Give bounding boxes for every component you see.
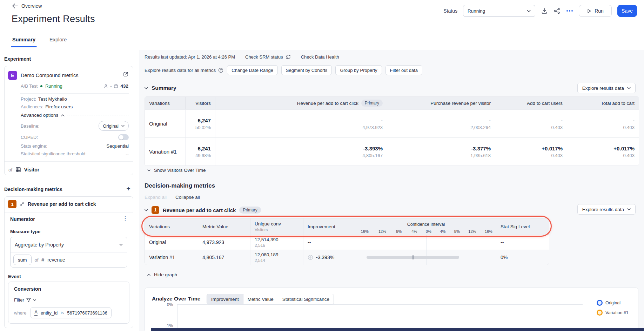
experiment-stats: - 432 — [103, 83, 128, 89]
analyze-over-time-card: Analyze Over Time Improvement Metric Val… — [145, 288, 638, 331]
funnel-icon — [26, 298, 31, 302]
refresh-icon — [286, 54, 291, 59]
metric-header-row[interactable]: 1 Revenue per add to cart click — [8, 200, 96, 208]
filter-out-data-button[interactable]: Filter out data — [385, 65, 423, 75]
divider — [5, 161, 133, 162]
col-stat-sig: Stat Sig Level — [496, 218, 549, 235]
chevron-down-icon — [145, 209, 148, 211]
tab-metric-value[interactable]: Metric Value — [243, 294, 278, 304]
legend-item-variation-1[interactable]: Variation #1 — [597, 310, 629, 316]
audiences-value: Firefox users — [45, 104, 73, 109]
divider — [296, 54, 296, 60]
metric-section-header[interactable]: 1 Revenue per add to cart click Primary — [145, 206, 261, 214]
chevron-down-icon — [33, 299, 36, 301]
confidence-interval-center-tick — [412, 255, 414, 259]
event-name[interactable]: Conversion — [14, 286, 41, 292]
topbar: Overview Experiment Results Status Runni… — [0, 0, 644, 50]
dashed-divider — [38, 300, 124, 300]
metric-config-card: 1 Revenue per add to cart click Numerato… — [4, 196, 133, 328]
hide-graph-toggle[interactable]: Hide graph — [147, 272, 177, 277]
legend-item-original[interactable]: Original — [597, 300, 620, 306]
chevron-down-icon — [147, 169, 150, 171]
improvement-cell: -- — [303, 235, 356, 250]
zero-line — [427, 235, 427, 250]
primary-badge: Primary — [239, 207, 261, 214]
kebab-menu-icon[interactable]: ⋮ — [122, 216, 128, 221]
decision-metrics-title: Decision-making metrics — [145, 182, 215, 189]
y-axis-tick-0: 0% — [160, 302, 173, 307]
metric-type-icon — [20, 202, 25, 207]
col-improvement: Improvement — [303, 218, 356, 235]
last-updated-text: Results last updated: Apr 1, 2026 at 4:2… — [145, 54, 235, 60]
aggregation-select[interactable]: sum — [13, 255, 32, 265]
summary-title: Summary — [152, 85, 176, 91]
text-property-icon: A — [34, 310, 37, 316]
check-data-health-link[interactable]: Check Data Health — [301, 54, 339, 60]
col-variations: Variations — [145, 97, 186, 109]
tab-summary[interactable]: Summary — [12, 37, 35, 47]
more-options-icon[interactable] — [566, 10, 573, 12]
chevron-up-icon — [61, 114, 65, 116]
summary-row-variation-1: Variation #1 6,24149.98% -3.393%4,805.16… — [145, 137, 639, 166]
metrics-section-title: Decision-making metrics — [4, 187, 62, 192]
download-icon[interactable] — [541, 7, 548, 14]
check-srm-link[interactable]: Check SRM status — [245, 54, 291, 60]
add-metric-button[interactable]: + — [126, 185, 130, 192]
advanced-options-label: Advanced options — [21, 113, 58, 118]
save-button[interactable]: Save — [617, 5, 637, 17]
experiment-results-page: Overview Experiment Results Status Runni… — [0, 0, 644, 331]
baseline-select[interactable]: Original — [99, 121, 129, 131]
play-icon — [587, 9, 591, 13]
metric-index-badge: 1 — [8, 200, 16, 208]
status-label: Status — [443, 8, 457, 14]
col-total-cart: Total add to cart — [567, 97, 639, 109]
horizontal-scrollbar[interactable] — [151, 328, 644, 331]
tab-statistical-significance[interactable]: Statistical Significance — [278, 294, 334, 304]
threshold-value: -- — [126, 151, 129, 156]
legend-marker-original — [597, 300, 603, 306]
explore-all-label: Explore results data for all metrics — [145, 68, 223, 73]
back-link[interactable]: Overview — [12, 3, 42, 9]
divider — [240, 54, 240, 60]
table-icon — [15, 167, 21, 173]
metric-results-table: Variations Metric Value Unique conv Visi… — [145, 218, 549, 265]
collapse-all-link[interactable]: Collapse all — [175, 195, 200, 200]
change-date-range-button[interactable]: Change Date Range — [227, 65, 278, 75]
show-visitors-toggle[interactable]: Show Visitors Over Time — [147, 168, 206, 173]
share-icon[interactable] — [554, 7, 561, 14]
chevron-up-icon — [147, 274, 150, 276]
filter-row[interactable]: Filter — [14, 297, 124, 303]
of-label: of — [35, 257, 39, 263]
gridline-1 — [177, 326, 583, 326]
explore-results-button[interactable]: Explore results data — [577, 83, 636, 93]
back-label: Overview — [21, 3, 42, 9]
back-arrow-icon — [12, 4, 18, 8]
unique-conv-cell: 12,080,1892,514 — [250, 250, 303, 265]
run-button[interactable]: Run — [579, 5, 612, 17]
expand-all-link[interactable]: Expand all — [145, 195, 167, 200]
segment-by-cohorts-button[interactable]: Segment by Cohorts — [281, 65, 332, 75]
property-value[interactable]: revenue — [47, 257, 65, 263]
number-property-icon: # — [41, 257, 44, 263]
status-select[interactable]: Running — [463, 5, 535, 17]
metric-value: 4,973.923 — [198, 235, 250, 250]
threshold-row: Statistical significance threshold: -- — [21, 151, 129, 156]
page-tabs: Summary Explore — [12, 37, 67, 47]
cuped-toggle[interactable] — [118, 134, 129, 140]
help-icon[interactable] — [218, 68, 223, 73]
measure-type-select[interactable]: Aggregate by Property — [11, 237, 127, 252]
group-by-property-button[interactable]: Group by Property — [335, 65, 382, 75]
filter-condition[interactable]: A entity_id is 5671976073691136 — [30, 307, 112, 318]
explore-results-button-metric[interactable]: Explore results data — [577, 204, 636, 215]
summary-section-toggle[interactable]: Summary — [145, 85, 176, 91]
col-revenue-per-click: Revenue per add to cart click Primary — [215, 97, 387, 109]
users-icon — [103, 84, 108, 88]
tab-explore[interactable]: Explore — [49, 37, 67, 47]
open-experiment-icon[interactable] — [123, 72, 128, 77]
advanced-options-toggle[interactable]: Advanced options — [21, 113, 129, 118]
stats-engine-value: Sequential — [106, 143, 129, 149]
metric-table-header: Variations Metric Value Unique conv Visi… — [145, 218, 549, 235]
chevron-down-icon — [627, 208, 631, 210]
tab-improvement[interactable]: Improvement — [207, 294, 243, 304]
unique-conv-cell: 12,514,3902,516 — [250, 235, 303, 250]
